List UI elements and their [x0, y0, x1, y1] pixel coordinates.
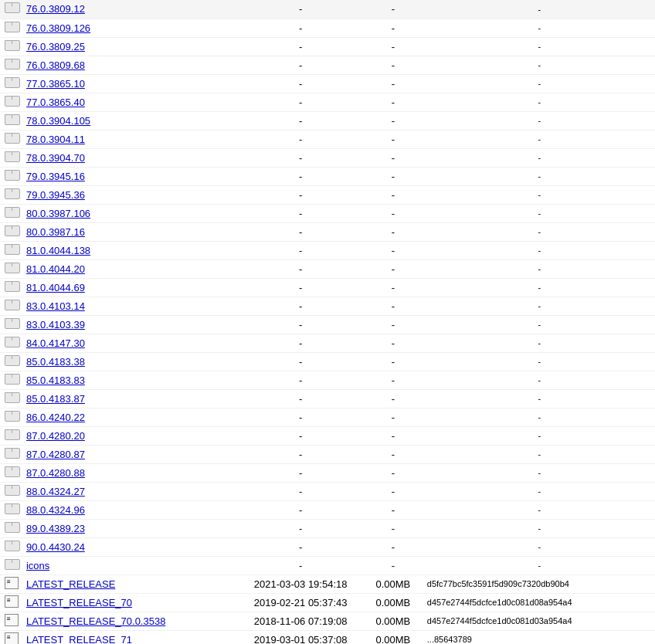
folder-icon: [5, 114, 19, 125]
folder-size: -: [362, 352, 424, 371]
folder-size: -: [362, 167, 424, 185]
folder-date: -: [239, 74, 362, 93]
folder-link[interactable]: 76.0.3809.12: [26, 3, 85, 15]
folder-date: -: [239, 185, 362, 204]
folder-name[interactable]: 83.0.4103.39: [23, 315, 239, 334]
folder-link[interactable]: 81.0.4044.69: [26, 282, 85, 293]
folder-name[interactable]: 88.0.4324.96: [23, 500, 239, 519]
folder-link[interactable]: 85.0.4183.38: [26, 356, 85, 368]
file-date: 2019-03-01 05:37:08: [239, 630, 362, 644]
folder-icon: [5, 2, 19, 13]
table-row: 88.0.4324.96 - - -: [0, 500, 655, 519]
file-name[interactable]: LATEST_RELEASE_70.0.3538: [23, 612, 239, 630]
folder-name[interactable]: icons: [23, 556, 239, 575]
table-row: 79.0.3945.16 - - -: [0, 167, 655, 185]
file-link[interactable]: LATEST_RELEASE_71: [26, 634, 132, 645]
folder-link[interactable]: 78.0.3904.70: [26, 152, 85, 164]
folder-link[interactable]: 86.0.4240.22: [26, 412, 85, 423]
folder-name[interactable]: 76.0.3809.12: [23, 0, 239, 19]
folder-link[interactable]: 77.0.3865.40: [26, 97, 85, 108]
folder-link[interactable]: 76.0.3809.25: [26, 41, 85, 53]
file-link[interactable]: LATEST_RELEASE: [26, 578, 115, 590]
folder-hash: -: [424, 259, 655, 278]
folder-link[interactable]: 83.0.4103.14: [26, 300, 85, 312]
folder-name[interactable]: 76.0.3809.25: [23, 37, 239, 56]
folder-name[interactable]: 76.0.3809.126: [23, 19, 239, 37]
folder-icon-cell: [0, 74, 23, 93]
folder-name[interactable]: 79.0.3945.36: [23, 185, 239, 204]
folder-icon-cell: [0, 130, 23, 148]
folder-link[interactable]: 88.0.4324.96: [26, 504, 85, 516]
folder-name[interactable]: 89.0.4389.23: [23, 519, 239, 537]
folder-name[interactable]: 83.0.4103.14: [23, 297, 239, 315]
folder-link[interactable]: 83.0.4103.39: [26, 319, 85, 330]
folder-name[interactable]: 78.0.3904.70: [23, 148, 239, 167]
folder-name[interactable]: 77.0.3865.40: [23, 93, 239, 111]
folder-icon: [5, 485, 19, 496]
folder-name[interactable]: 87.0.4280.88: [23, 463, 239, 482]
folder-name[interactable]: 79.0.3945.16: [23, 167, 239, 185]
folder-name[interactable]: 87.0.4280.87: [23, 445, 239, 463]
table-row: 80.0.3987.106 - - -: [0, 204, 655, 222]
folder-link[interactable]: 81.0.4044.138: [26, 245, 90, 256]
folder-link[interactable]: icons: [26, 560, 49, 571]
folder-link[interactable]: 80.0.3987.106: [26, 208, 90, 219]
folder-hash: -: [424, 241, 655, 259]
folder-date: -: [239, 352, 362, 371]
folder-name[interactable]: 80.0.3987.16: [23, 222, 239, 241]
file-name[interactable]: LATEST_RELEASE_71: [23, 630, 239, 644]
folder-name[interactable]: 86.0.4240.22: [23, 408, 239, 426]
folder-link[interactable]: 77.0.3865.10: [26, 78, 85, 90]
folder-hash: -: [424, 19, 655, 37]
folder-name[interactable]: 77.0.3865.10: [23, 74, 239, 93]
folder-date: -: [239, 389, 362, 408]
folder-link[interactable]: 81.0.4044.20: [26, 263, 85, 275]
folder-link[interactable]: 87.0.4280.88: [26, 467, 85, 479]
file-link[interactable]: LATEST_RELEASE_70: [26, 597, 132, 608]
folder-link[interactable]: 79.0.3945.36: [26, 189, 85, 201]
folder-link[interactable]: 87.0.4280.87: [26, 449, 85, 460]
folder-link[interactable]: 89.0.4389.23: [26, 523, 85, 534]
folder-link[interactable]: 90.0.4430.24: [26, 541, 85, 553]
folder-link[interactable]: 84.0.4147.30: [26, 337, 85, 349]
file-name[interactable]: LATEST_RELEASE: [23, 575, 239, 593]
folder-link[interactable]: 76.0.3809.68: [26, 59, 85, 71]
folder-icon: [5, 541, 19, 551]
folder-name[interactable]: 84.0.4147.30: [23, 334, 239, 352]
folder-icon: [5, 337, 19, 347]
folder-icon: [5, 77, 19, 88]
table-row: 87.0.4280.20 - - -: [0, 426, 655, 445]
folder-link[interactable]: 79.0.3945.16: [26, 171, 85, 182]
folder-link[interactable]: 85.0.4183.83: [26, 375, 85, 386]
folder-link[interactable]: 85.0.4183.87: [26, 393, 85, 405]
folder-size: -: [362, 259, 424, 278]
folder-icon-cell: [0, 111, 23, 130]
folder-name[interactable]: 90.0.4430.24: [23, 537, 239, 556]
folder-name[interactable]: 85.0.4183.38: [23, 352, 239, 371]
file-link[interactable]: LATEST_RELEASE_70.0.3538: [26, 615, 165, 627]
folder-name[interactable]: 78.0.3904.105: [23, 111, 239, 130]
folder-link[interactable]: 78.0.3904.105: [26, 115, 90, 127]
folder-hash: -: [424, 556, 655, 575]
folder-name[interactable]: 88.0.4324.27: [23, 482, 239, 500]
folder-date: -: [239, 111, 362, 130]
folder-name[interactable]: 76.0.3809.68: [23, 56, 239, 74]
folder-link[interactable]: 87.0.4280.20: [26, 430, 85, 442]
folder-link[interactable]: 78.0.3904.11: [26, 134, 85, 145]
folder-name[interactable]: 81.0.4044.20: [23, 259, 239, 278]
file-date: 2021-03-03 19:54:18: [239, 575, 362, 593]
folder-link[interactable]: 76.0.3809.126: [26, 22, 90, 34]
folder-name[interactable]: 81.0.4044.138: [23, 241, 239, 259]
folder-date: -: [239, 463, 362, 482]
file-name[interactable]: LATEST_RELEASE_70: [23, 593, 239, 612]
file-icon-cell: [0, 593, 23, 612]
folder-link[interactable]: 80.0.3987.16: [26, 226, 85, 238]
folder-name[interactable]: 85.0.4183.87: [23, 389, 239, 408]
folder-name[interactable]: 81.0.4044.69: [23, 278, 239, 297]
folder-name[interactable]: 87.0.4280.20: [23, 426, 239, 445]
folder-name[interactable]: 80.0.3987.106: [23, 204, 239, 222]
folder-icon-cell: [0, 537, 23, 556]
folder-name[interactable]: 78.0.3904.11: [23, 130, 239, 148]
folder-link[interactable]: 88.0.4324.27: [26, 486, 85, 497]
folder-name[interactable]: 85.0.4183.83: [23, 371, 239, 389]
